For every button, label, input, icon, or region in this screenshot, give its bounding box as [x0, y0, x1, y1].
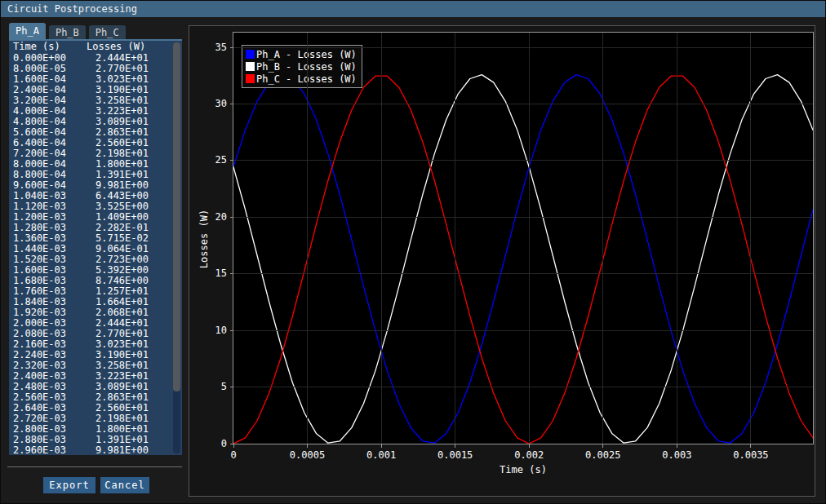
gridline-horizontal	[233, 330, 813, 331]
legend-item: Ph_B - Losses (W)	[246, 60, 357, 73]
legend: Ph_A - Losses (W)Ph_B - Losses (W)Ph_C -…	[242, 45, 362, 88]
x-axis-label: Time (s)	[233, 464, 813, 475]
gridline-vertical	[750, 33, 751, 444]
data-table: Time (s)Losses (W) 0.000E+002.444E+018.0…	[9, 41, 182, 455]
x-tick-mark	[233, 444, 234, 448]
gridline-horizontal	[233, 47, 813, 48]
tab-ph-c[interactable]: Ph_C	[89, 25, 126, 40]
y-tick-mark	[230, 273, 233, 274]
x-tick-label: 0.0015	[431, 450, 480, 461]
x-tick-label: 0.0005	[283, 450, 332, 461]
x-tick-mark	[677, 444, 677, 448]
x-tick-mark	[455, 444, 455, 448]
column-header-losses: Losses (W)	[87, 41, 149, 53]
y-tick-label: 5	[194, 382, 227, 392]
legend-swatch-icon	[246, 50, 255, 59]
chart-panel: Ph_A - Losses (W)Ph_B - Losses (W)Ph_C -…	[189, 25, 815, 497]
cell-losses: 9.981E+00	[87, 445, 149, 456]
gridline-horizontal	[233, 273, 813, 274]
x-tick-mark	[529, 444, 530, 448]
x-tick-label: 0.001	[357, 450, 406, 461]
y-tick-mark	[230, 160, 233, 161]
y-tick-label: 25	[194, 155, 227, 166]
window-title: Circuit Postprocessing	[7, 3, 137, 15]
table-body: 0.000E+002.444E+018.000E-052.770E+011.60…	[9, 53, 182, 456]
export-button[interactable]: Export	[43, 477, 95, 493]
cancel-button[interactable]: Cancel	[100, 477, 149, 493]
y-tick-label: 10	[194, 325, 227, 336]
y-tick-label: 0	[194, 439, 227, 449]
x-tick-label: 0.0035	[726, 450, 775, 461]
legend-item: Ph_A - Losses (W)	[246, 48, 357, 60]
scrollbar-thumb[interactable]	[173, 42, 180, 391]
curve-ph-a	[233, 75, 813, 444]
y-tick-mark	[230, 47, 233, 48]
x-tick-label: 0.0025	[579, 450, 628, 461]
gridline-vertical	[529, 33, 530, 444]
x-tick-mark	[307, 444, 308, 448]
y-tick-mark	[230, 104, 233, 104]
gridline-horizontal	[233, 104, 813, 104]
y-tick-label: 35	[194, 42, 227, 53]
gridline-horizontal	[233, 217, 813, 218]
separator	[7, 466, 182, 467]
titlebar: Circuit Postprocessing	[1, 1, 826, 17]
y-tick-label: 15	[194, 268, 227, 279]
gridline-horizontal	[233, 387, 813, 387]
x-tick-mark	[602, 444, 603, 448]
x-tick-mark	[381, 444, 382, 448]
x-tick-label: 0.003	[652, 450, 701, 461]
table-header: Time (s)Losses (W)	[9, 41, 182, 53]
gridline-vertical	[307, 33, 308, 444]
app-window: Circuit Postprocessing Ph_A Ph_B Ph_C Ti…	[0, 0, 826, 504]
column-header-time: Time (s)	[13, 41, 78, 53]
x-tick-mark	[750, 444, 751, 448]
y-tick-mark	[230, 330, 233, 331]
gridline-horizontal	[233, 160, 813, 161]
table-row: 2.960E-039.981E+00	[9, 445, 182, 456]
y-tick-mark	[230, 387, 233, 387]
x-tick-label: 0	[209, 450, 258, 461]
scrollbar[interactable]	[173, 42, 180, 453]
tab-bar: Ph_A Ph_B Ph_C	[9, 22, 129, 40]
y-tick-label: 30	[194, 99, 227, 109]
legend-swatch-icon	[246, 74, 255, 83]
curves-svg	[233, 33, 813, 444]
y-tick-mark	[230, 217, 233, 218]
y-axis-label: Losses (W)	[198, 141, 210, 337]
gridline-vertical	[602, 33, 603, 444]
plot-area: Ph_A - Losses (W)Ph_B - Losses (W)Ph_C -…	[233, 33, 813, 444]
gridline-vertical	[381, 33, 382, 444]
x-tick-label: 0.002	[504, 450, 553, 461]
y-tick-label: 20	[194, 212, 227, 223]
legend-item: Ph_C - Losses (W)	[246, 73, 357, 85]
gridline-vertical	[677, 33, 677, 444]
tab-ph-b[interactable]: Ph_B	[49, 25, 86, 40]
legend-swatch-icon	[246, 62, 255, 71]
gridline-vertical	[455, 33, 455, 444]
tab-ph-a[interactable]: Ph_A	[9, 23, 46, 40]
cell-time: 2.960E-03	[13, 445, 78, 456]
